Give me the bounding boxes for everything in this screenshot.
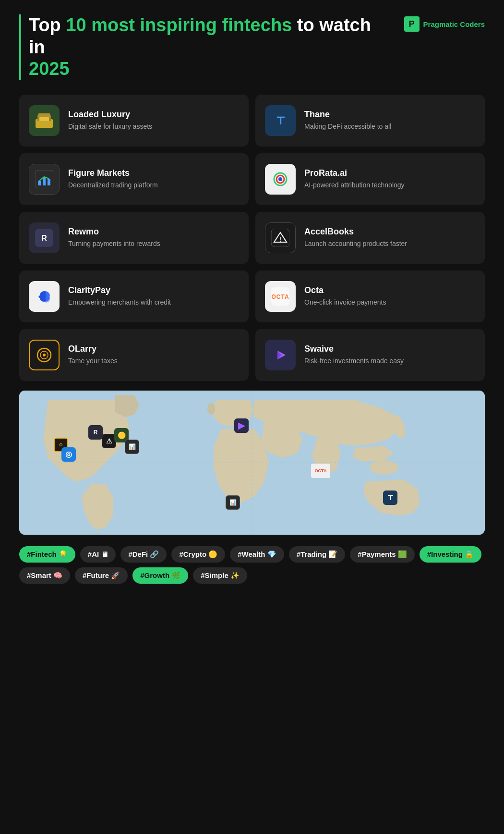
svg-rect-9 xyxy=(48,179,50,185)
name-loaded-luxury: Loaded Luxury xyxy=(68,110,152,120)
svg-rect-7 xyxy=(38,181,41,185)
tag-5[interactable]: #Trading 📝 xyxy=(289,546,346,563)
tag-7[interactable]: #Investing 🔒 xyxy=(420,546,481,563)
map-pin-rewmo[interactable]: R xyxy=(88,425,103,440)
icon-prorata xyxy=(265,164,296,195)
tag-3[interactable]: #Crypto 🟡 xyxy=(171,546,225,563)
world-map: ⊙ ◎ ⚠ 🟡 📊 R ▶ OCTA 📊 ⊤ xyxy=(19,391,485,535)
card-claritypay: ClarityPay Empowering merchants with cre… xyxy=(19,270,249,322)
info-octa: Octa One-click invoice payments xyxy=(304,285,386,307)
desc-olarry: Tame your taxes xyxy=(68,356,118,366)
name-swaive: Swaive xyxy=(304,344,404,354)
map-pin-swaive[interactable]: ▶ xyxy=(234,418,249,433)
tag-10[interactable]: #Growth 🌿 xyxy=(132,567,188,584)
title-block: Top 10 most inspiring fintechs to watch … xyxy=(19,14,384,80)
desc-prorata: AI-powered attribution technology xyxy=(304,181,405,190)
desc-rewmo: Turning payments into rewards xyxy=(68,239,160,249)
icon-olarry xyxy=(29,340,60,370)
card-rewmo: R Rewmo Turning payments into rewards xyxy=(19,212,249,264)
info-figure-markets: Figure Markets Decentralized trading pla… xyxy=(68,168,158,190)
main-title: Top 10 most inspiring fintechs to watch … xyxy=(29,14,384,80)
icon-figure-markets xyxy=(29,164,60,195)
icon-swaive xyxy=(265,340,296,370)
name-claritypay: ClarityPay xyxy=(68,285,171,295)
card-figure-markets: Figure Markets Decentralized trading pla… xyxy=(19,153,249,205)
icon-octa: OCTA xyxy=(265,281,296,312)
desc-claritypay: Empowering merchants with credit xyxy=(68,298,171,307)
title-year: 2025 xyxy=(29,59,70,79)
name-figure-markets: Figure Markets xyxy=(68,168,158,178)
name-accelbooks: AccelBooks xyxy=(304,227,407,237)
header: Top 10 most inspiring fintechs to watch … xyxy=(19,14,485,80)
tag-2[interactable]: #DeFi 🔗 xyxy=(120,546,167,563)
tag-6[interactable]: #Payments 🟩 xyxy=(350,546,414,563)
info-swaive: Swaive Risk-free investments made easy xyxy=(304,344,404,366)
logo-icon: P xyxy=(404,16,420,32)
info-claritypay: ClarityPay Empowering merchants with cre… xyxy=(68,285,171,307)
svg-point-13 xyxy=(278,177,282,181)
svg-point-32 xyxy=(207,403,215,415)
title-prefix: Top xyxy=(29,15,66,35)
map-pin-prorata[interactable]: OCTA xyxy=(311,464,330,478)
svg-text:!: ! xyxy=(279,236,281,243)
icon-loaded-luxury xyxy=(29,105,60,136)
icon-accelbooks: ! xyxy=(265,222,296,253)
title-highlight: 10 most inspiring fintechs xyxy=(66,15,292,35)
icon-claritypay xyxy=(29,281,60,312)
name-prorata: ProRata.ai xyxy=(304,168,405,178)
info-loaded-luxury: Loaded Luxury Digital safe for luxury as… xyxy=(68,110,152,132)
desc-thane: Making DeFi accessible to all xyxy=(304,122,391,132)
info-olarry: OLarry Tame your taxes xyxy=(68,344,118,366)
svg-rect-2 xyxy=(39,117,49,121)
name-rewmo: Rewmo xyxy=(68,227,160,237)
card-accelbooks: ! AccelBooks Launch accounting products … xyxy=(255,212,485,264)
name-thane: Thane xyxy=(304,110,391,120)
desc-figure-markets: Decentralized trading platform xyxy=(68,181,158,190)
map-pin-figure-markets[interactable]: 📊 xyxy=(125,440,139,454)
tags-section: #Fintech 💡#AI 🖥#DeFi 🔗#Crypto 🟡#Wealth 💎… xyxy=(19,546,485,584)
card-olarry: OLarry Tame your taxes xyxy=(19,329,249,381)
map-pin-figure2[interactable]: 📊 xyxy=(226,495,240,510)
card-octa: OCTA Octa One-click invoice payments xyxy=(255,270,485,322)
svg-text:⊤: ⊤ xyxy=(276,115,285,127)
tag-8[interactable]: #Smart 🧠 xyxy=(19,567,70,584)
brand-logo: P Pragmatic Coders xyxy=(404,14,485,32)
map-pin-thane[interactable]: ⊤ xyxy=(383,491,397,505)
map-pin-claritypay[interactable]: ◎ xyxy=(61,447,76,462)
icon-rewmo: R xyxy=(29,222,60,253)
desc-loaded-luxury: Digital safe for luxury assets xyxy=(68,122,152,132)
card-swaive: Swaive Risk-free investments made easy xyxy=(255,329,485,381)
tag-1[interactable]: #AI 🖥 xyxy=(80,546,116,563)
icon-thane: ⊤ xyxy=(265,105,296,136)
brand-name: Pragmatic Coders xyxy=(423,20,485,28)
info-thane: Thane Making DeFi accessible to all xyxy=(304,110,391,132)
svg-text:R: R xyxy=(41,234,47,242)
tag-4[interactable]: #Wealth 💎 xyxy=(230,546,284,563)
brand-green: Coders xyxy=(460,20,485,28)
svg-point-25 xyxy=(43,354,46,356)
desc-swaive: Risk-free investments made easy xyxy=(304,356,404,366)
info-prorata: ProRata.ai AI-powered attribution techno… xyxy=(304,168,405,190)
tag-0[interactable]: #Fintech 💡 xyxy=(19,546,75,563)
brand-plain: Pragmatic xyxy=(423,20,460,28)
desc-accelbooks: Launch accounting products faster xyxy=(304,239,407,249)
tag-11[interactable]: #Simple ✨ xyxy=(193,567,247,584)
svg-point-30 xyxy=(370,460,398,475)
svg-rect-3 xyxy=(38,113,50,117)
card-thane: ⊤ Thane Making DeFi accessible to all xyxy=(255,95,485,147)
svg-text:OCTA: OCTA xyxy=(271,294,289,300)
tag-9[interactable]: #Future 🚀 xyxy=(75,567,128,584)
card-loaded-luxury: Loaded Luxury Digital safe for luxury as… xyxy=(19,95,249,147)
name-octa: Octa xyxy=(304,285,386,295)
name-olarry: OLarry xyxy=(68,344,118,354)
companies-grid: Loaded Luxury Digital safe for luxury as… xyxy=(19,95,485,381)
card-prorata: ProRata.ai AI-powered attribution techno… xyxy=(255,153,485,205)
info-accelbooks: AccelBooks Launch accounting products fa… xyxy=(304,227,407,249)
desc-octa: One-click invoice payments xyxy=(304,298,386,307)
info-rewmo: Rewmo Turning payments into rewards xyxy=(68,227,160,249)
